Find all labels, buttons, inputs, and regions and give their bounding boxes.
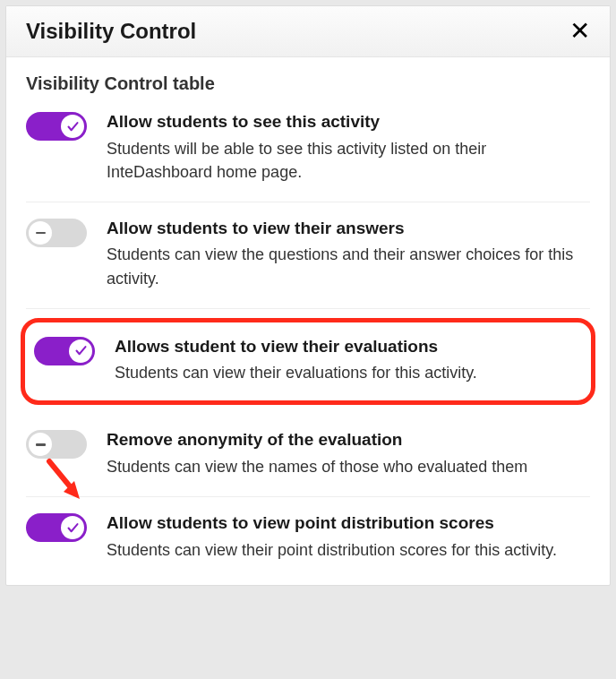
row-text: Allow students to view point distributio… (107, 511, 590, 562)
row-title: Allow students to see this activity (107, 110, 590, 133)
visibility-toggle[interactable] (26, 112, 87, 141)
visibility-control-modal: Visibility Control ✕ Visibility Control … (5, 5, 611, 586)
modal-body: Visibility Control table Allow students … (6, 57, 610, 585)
row-title: Remove anonymity of the evaluation (107, 428, 590, 451)
visibility-toggle[interactable] (34, 337, 95, 365)
minus-icon (29, 221, 52, 245)
visibility-row: Remove anonymity of the evaluationStuden… (26, 414, 590, 497)
row-text: Allow students to see this activityStude… (107, 110, 590, 184)
close-icon[interactable]: ✕ (569, 19, 590, 44)
row-title: Allows student to view their evaluations (115, 335, 582, 358)
row-title: Allow students to view their answers (107, 217, 590, 240)
row-text: Remove anonymity of the evaluationStuden… (107, 428, 590, 478)
row-description: Students can view their point distributi… (107, 538, 590, 562)
visibility-toggle[interactable] (26, 430, 87, 459)
row-title: Allow students to view point distributio… (107, 511, 590, 535)
check-icon (61, 516, 84, 539)
modal-title: Visibility Control (26, 19, 196, 44)
minus-icon (29, 433, 52, 456)
row-description: Students can view the questions and thei… (107, 243, 590, 289)
modal-header: Visibility Control ✕ (6, 6, 610, 57)
visibility-row: Allow students to view their answersStud… (26, 202, 590, 309)
row-text: Allows student to view their evaluations… (115, 335, 582, 385)
visibility-toggle[interactable] (26, 219, 87, 247)
visibility-toggle[interactable] (26, 513, 87, 542)
visibility-row: Allow students to see this activityStude… (26, 110, 590, 202)
row-text: Allow students to view their answersStud… (107, 217, 590, 290)
visibility-row: Allows student to view their evaluations… (21, 318, 595, 406)
row-description: Students can view their evaluations for … (115, 361, 582, 384)
row-description: Students can view the names of those who… (107, 455, 590, 478)
check-icon (69, 340, 92, 363)
visibility-row: Allow students to view point distributio… (26, 497, 590, 565)
table-caption: Visibility Control table (26, 73, 590, 94)
check-icon (61, 115, 84, 138)
row-description: Students will be able to see this activi… (107, 137, 590, 184)
